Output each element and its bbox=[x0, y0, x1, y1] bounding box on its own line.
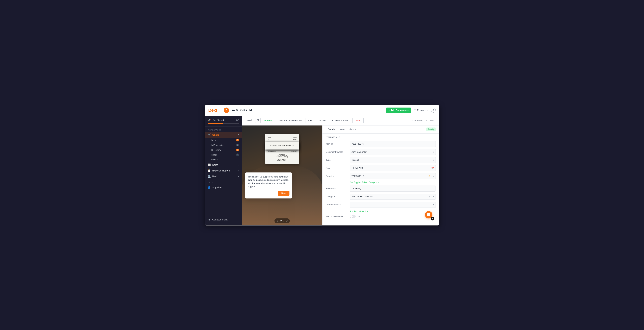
category-dropdown-arrow: ▾ bbox=[433, 196, 434, 198]
user-icon[interactable] bbox=[431, 108, 436, 112]
sidebar-item-bank[interactable]: 🏦 Bank ∨ bbox=[205, 174, 242, 179]
costs-chevron: ∧ bbox=[238, 134, 239, 136]
category-value[interactable]: 493 - Travel - National ⚙ ▾ bbox=[350, 194, 436, 200]
rotate-left-button[interactable]: ↺ bbox=[276, 220, 278, 222]
back-arrow-icon: ‹ bbox=[246, 119, 247, 122]
contact-section: CONTACT US londoncab@taxi... bbox=[268, 159, 296, 161]
tip-value: £0.00 bbox=[293, 138, 296, 140]
rotate-right-button[interactable]: ↻ bbox=[280, 220, 282, 222]
add-product-wrapper: Add Product/Service bbox=[350, 210, 436, 213]
receipt-paper: powered by TAXIWORLD RECEIPT FOR TAXI JO… bbox=[265, 134, 299, 164]
reference-field-row: Reference DAPFWQ bbox=[326, 186, 436, 192]
archive-button[interactable]: Archive bbox=[316, 118, 328, 123]
receipt-card: Mastercard **** **** **** 5129 Auth Code… bbox=[268, 154, 296, 157]
delete-button[interactable]: Delete bbox=[352, 118, 364, 123]
download-button[interactable]: ↓ bbox=[283, 220, 284, 222]
workspaces-label: WORKSPACES bbox=[205, 126, 242, 132]
supplier-value[interactable]: TAXIWORLD ⚠ ▾ bbox=[350, 173, 436, 179]
back-label: Back bbox=[247, 119, 252, 122]
sidebar-item-to-review[interactable]: To Review 1 bbox=[206, 148, 242, 152]
details-tabs: Details Note History Ready bbox=[322, 126, 439, 134]
ready-label: Ready bbox=[211, 154, 234, 156]
doc-details-wrapper: powered by TAXIWORLD RECEIPT FOR TAXI JO… bbox=[242, 126, 439, 225]
fullscreen-button[interactable]: ⤢ bbox=[286, 220, 288, 222]
flag-button[interactable] bbox=[255, 118, 260, 123]
supplier-row: Supplier TAXIWORLD ⚠ ▾ bbox=[326, 173, 436, 179]
in-processing-label: In Processing bbox=[211, 144, 234, 146]
resources-label: Resources bbox=[417, 109, 428, 112]
tip-label: TIP bbox=[268, 138, 270, 140]
sidebar-item-suppliers[interactable]: 👤 Suppliers bbox=[205, 185, 242, 190]
item-id-value: 7371733346 bbox=[350, 141, 436, 147]
date-value[interactable]: 11 Oct 2023 bbox=[350, 165, 436, 171]
sidebar-item-in-processing[interactable]: In Processing 0 bbox=[206, 142, 242, 148]
resources-link[interactable]: ◫ Resources bbox=[414, 109, 428, 112]
product-service-row: Product/Service bbox=[326, 202, 436, 208]
previous-label: Previous bbox=[414, 119, 423, 122]
sidebar-item-inbox[interactable]: Inbox 1 bbox=[206, 138, 242, 142]
reference-field-value[interactable]: DAPFWQ bbox=[350, 186, 436, 192]
fare-value: £9.00 bbox=[293, 136, 296, 138]
collapse-menu-item[interactable]: ◀ Collapse menu bbox=[205, 217, 242, 222]
progress-bar bbox=[208, 123, 239, 124]
date-label: Date bbox=[326, 167, 348, 169]
fare-label: FARE bbox=[268, 136, 271, 138]
suppliers-label: Suppliers bbox=[212, 186, 239, 189]
item-details-title: ITEM DETAILS bbox=[326, 136, 436, 138]
content-area: ‹ Back Publish Add To Expense Report Spl… bbox=[242, 116, 439, 225]
add-product-link[interactable]: Add Product/Service bbox=[350, 210, 368, 212]
bank-chevron: ∨ bbox=[238, 175, 239, 177]
tooltip-text: You can set up supplier rules to automat… bbox=[248, 175, 290, 188]
bank-label: Bank bbox=[212, 175, 236, 178]
category-label: Category bbox=[326, 195, 348, 198]
back-button[interactable]: ‹ Back bbox=[244, 118, 254, 123]
sidebar-item-ready[interactable]: Ready 0 bbox=[206, 152, 242, 157]
google-it-link[interactable]: Google It bbox=[369, 181, 379, 184]
previous-arrow[interactable]: ‹ bbox=[412, 119, 413, 122]
supplier-label: Supplier bbox=[326, 175, 348, 177]
details-content: ITEM DETAILS Item ID 7371733346 Document… bbox=[322, 134, 439, 225]
card-number: **** **** **** 5129 bbox=[268, 155, 296, 156]
add-documents-button[interactable]: + Add Documents bbox=[386, 108, 411, 113]
status-badge: Ready bbox=[426, 128, 436, 131]
contact-url: londoncab@taxi... bbox=[268, 160, 296, 161]
card-label: Mastercard bbox=[268, 154, 296, 155]
split-button[interactable]: Split bbox=[306, 118, 315, 123]
collapse-icon: ◀ bbox=[208, 218, 211, 221]
product-service-value[interactable] bbox=[350, 202, 436, 208]
tab-history[interactable]: History bbox=[347, 126, 358, 134]
company-avatar: F bbox=[224, 108, 229, 113]
contact-label: CONTACT US bbox=[268, 159, 296, 160]
tooltip-popup: You can set up supplier rules to automat… bbox=[245, 172, 292, 198]
set-supplier-rules-link[interactable]: Set Supplier Rules bbox=[350, 181, 367, 184]
tooltip-next-button[interactable]: Next bbox=[278, 190, 290, 196]
lists-label: LISTS bbox=[205, 179, 242, 185]
next-arrow[interactable]: › bbox=[436, 119, 436, 122]
sidebar-item-costs[interactable]: 🛒 Costs ∧ bbox=[205, 132, 242, 138]
type-value[interactable]: Receipt bbox=[350, 157, 436, 163]
company-name: Fox & Bricks Ltd bbox=[230, 109, 252, 112]
tab-note[interactable]: Note bbox=[338, 126, 347, 134]
tooltip-actions: Next bbox=[248, 190, 290, 196]
expense-icon: 📋 bbox=[208, 169, 211, 172]
document-owner-value[interactable]: John Carpenter bbox=[350, 149, 436, 155]
add-expense-button[interactable]: Add To Expense Report bbox=[276, 118, 304, 123]
type-label: Type bbox=[326, 159, 348, 161]
progress-fill bbox=[208, 123, 224, 124]
sidebar-item-sales[interactable]: ⬜ Sales ∨ bbox=[205, 162, 242, 168]
tab-details[interactable]: Details bbox=[326, 126, 338, 134]
rebillable-label: Mark as rebillable bbox=[326, 215, 348, 218]
rebillable-toggle[interactable] bbox=[350, 215, 356, 218]
document-owner-label: Document Owner bbox=[326, 151, 348, 153]
sidebar-item-expense-reports[interactable]: 📋 Expense Reports ∨ bbox=[205, 168, 242, 174]
convert-button[interactable]: Convert to Sales bbox=[330, 118, 351, 123]
costs-label: Costs bbox=[212, 134, 236, 136]
sidebar-item-archive[interactable]: Archive bbox=[206, 157, 242, 162]
rebillable-toggle-wrapper: No bbox=[350, 215, 360, 218]
supplier-dropdown-arrow: ▾ bbox=[433, 175, 434, 177]
warning-icon: ⚠ bbox=[428, 175, 430, 178]
receipt-fare-row: FARE £9.00 bbox=[268, 136, 296, 138]
publish-button[interactable]: Publish bbox=[262, 118, 275, 123]
sales-chevron: ∨ bbox=[238, 164, 239, 166]
reference-row: REFERENCE: DAPFWQ bbox=[268, 151, 296, 152]
